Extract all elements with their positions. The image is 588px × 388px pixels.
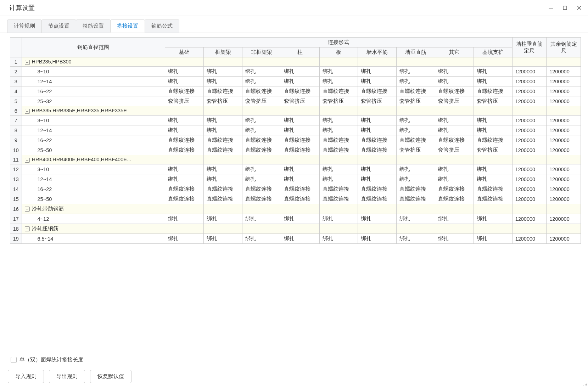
table-row[interactable]: 16−冷轧带肋钢筋 xyxy=(10,204,581,214)
data-cell[interactable]: 绑扎 xyxy=(281,67,319,77)
data-cell[interactable]: 绑扎 xyxy=(319,116,358,125)
data-cell[interactable]: 绑扎 xyxy=(204,214,242,224)
data-cell[interactable]: 直螺纹连接 xyxy=(242,86,281,96)
data-cell[interactable]: 绑扎 xyxy=(281,164,319,174)
data-cell[interactable]: 绑扎 xyxy=(242,234,281,244)
desc-cell[interactable]: −HPB235,HPB300 xyxy=(22,57,165,67)
desc-cell[interactable]: 25~50 xyxy=(22,145,165,155)
data-cell[interactable]: 绑扎 xyxy=(474,77,512,86)
data-cell[interactable]: 直螺纹连接 xyxy=(242,184,281,194)
data-cell[interactable]: 绑扎 xyxy=(397,116,435,125)
data-cell[interactable] xyxy=(435,57,474,67)
tab-1[interactable]: 节点设置 xyxy=(41,19,76,33)
data-cell[interactable]: 绑扎 xyxy=(319,77,358,86)
table-row[interactable]: 416~22直螺纹连接直螺纹连接直螺纹连接直螺纹连接直螺纹连接直螺纹连接直螺纹连… xyxy=(10,86,581,96)
export-button[interactable]: 导出规则 xyxy=(49,370,85,383)
data-cell[interactable]: 绑扎 xyxy=(242,67,281,77)
data-cell[interactable] xyxy=(358,106,397,116)
data-cell[interactable] xyxy=(281,204,319,214)
data-cell[interactable]: 绑扎 xyxy=(319,125,358,135)
data-cell[interactable] xyxy=(435,224,474,234)
desc-cell[interactable]: 25~50 xyxy=(22,194,165,204)
data-cell[interactable]: 绑扎 xyxy=(435,67,474,77)
data-cell[interactable]: 直螺纹连接 xyxy=(165,194,204,204)
data-cell[interactable]: 绑扎 xyxy=(242,164,281,174)
data-cell[interactable]: 直螺纹连接 xyxy=(474,135,512,145)
data-cell[interactable]: 直螺纹连接 xyxy=(281,145,319,155)
data-cell[interactable]: 套管挤压 xyxy=(435,96,474,106)
data-cell[interactable]: 直螺纹连接 xyxy=(358,184,397,194)
data-cell[interactable]: 1200000 xyxy=(512,86,547,96)
data-cell[interactable]: 绑扎 xyxy=(319,174,358,184)
data-cell[interactable] xyxy=(435,106,474,116)
data-cell[interactable] xyxy=(474,204,512,214)
data-cell[interactable] xyxy=(547,106,581,116)
data-cell[interactable]: 直螺纹连接 xyxy=(474,184,512,194)
data-cell[interactable]: 绑扎 xyxy=(358,164,397,174)
data-cell[interactable]: 绑扎 xyxy=(358,234,397,244)
data-cell[interactable]: 1200000 xyxy=(547,174,581,184)
data-cell[interactable]: 绑扎 xyxy=(358,125,397,135)
data-cell[interactable] xyxy=(165,106,204,116)
data-cell[interactable] xyxy=(204,155,242,164)
tab-2[interactable]: 箍筋设置 xyxy=(76,19,111,33)
table-row[interactable]: 174~12绑扎绑扎绑扎绑扎绑扎绑扎绑扎绑扎绑扎12000001200000 xyxy=(10,214,581,224)
data-cell[interactable]: 1200000 xyxy=(512,194,547,204)
table-row[interactable]: 11−HRB400,HRB400E,HRBF400,HRBF400E... xyxy=(10,155,581,164)
table-row[interactable]: 1025~50直螺纹连接直螺纹连接直螺纹连接直螺纹连接直螺纹连接直螺纹连接套管挤… xyxy=(10,145,581,155)
data-cell[interactable] xyxy=(397,106,435,116)
data-cell[interactable]: 直螺纹连接 xyxy=(435,194,474,204)
data-cell[interactable]: 绑扎 xyxy=(358,116,397,125)
data-cell[interactable]: 绑扎 xyxy=(474,67,512,77)
data-cell[interactable] xyxy=(512,204,547,214)
data-cell[interactable]: 绑扎 xyxy=(435,125,474,135)
data-cell[interactable]: 套管挤压 xyxy=(358,96,397,106)
data-cell[interactable] xyxy=(358,224,397,234)
data-cell[interactable]: 1200000 xyxy=(547,164,581,174)
data-cell[interactable]: 绑扎 xyxy=(474,234,512,244)
tab-3[interactable]: 搭接设置 xyxy=(110,19,145,33)
data-cell[interactable]: 1200000 xyxy=(512,135,547,145)
data-cell[interactable]: 绑扎 xyxy=(165,125,204,135)
data-cell[interactable] xyxy=(242,204,281,214)
data-cell[interactable] xyxy=(165,224,204,234)
data-cell[interactable]: 直螺纹连接 xyxy=(474,86,512,96)
data-cell[interactable] xyxy=(547,57,581,67)
data-cell[interactable] xyxy=(204,57,242,67)
table-row[interactable]: 525~32套管挤压套管挤压套管挤压套管挤压套管挤压套管挤压套管挤压套管挤压套管… xyxy=(10,96,581,106)
desc-cell[interactable]: 12~14 xyxy=(22,77,165,86)
data-cell[interactable] xyxy=(512,57,547,67)
data-cell[interactable]: 套管挤压 xyxy=(397,145,435,155)
data-cell[interactable]: 绑扎 xyxy=(397,77,435,86)
data-cell[interactable]: 绑扎 xyxy=(281,77,319,86)
data-cell[interactable] xyxy=(474,155,512,164)
data-cell[interactable]: 绑扎 xyxy=(165,67,204,77)
data-cell[interactable]: 绑扎 xyxy=(242,125,281,135)
data-cell[interactable]: 1200000 xyxy=(547,77,581,86)
data-cell[interactable]: 绑扎 xyxy=(242,174,281,184)
data-cell[interactable]: 绑扎 xyxy=(204,164,242,174)
minimize-icon[interactable] xyxy=(548,5,554,11)
table-row[interactable]: 1−HPB235,HPB300 xyxy=(10,57,581,67)
data-cell[interactable]: 绑扎 xyxy=(165,77,204,86)
data-cell[interactable]: 直螺纹连接 xyxy=(165,135,204,145)
desc-cell[interactable]: −冷轧带肋钢筋 xyxy=(22,204,165,214)
close-icon[interactable] xyxy=(576,5,582,11)
data-cell[interactable] xyxy=(547,204,581,214)
data-cell[interactable] xyxy=(165,57,204,67)
data-cell[interactable]: 绑扎 xyxy=(165,174,204,184)
collapse-icon[interactable]: − xyxy=(25,207,30,212)
table-row[interactable]: 1416~22直螺纹连接直螺纹连接直螺纹连接直螺纹连接直螺纹连接直螺纹连接直螺纹… xyxy=(10,184,581,194)
data-cell[interactable]: 绑扎 xyxy=(474,214,512,224)
data-cell[interactable]: 1200000 xyxy=(512,116,547,125)
data-cell[interactable]: 绑扎 xyxy=(242,116,281,125)
data-cell[interactable] xyxy=(281,57,319,67)
data-cell[interactable] xyxy=(474,224,512,234)
data-cell[interactable]: 直螺纹连接 xyxy=(204,135,242,145)
data-cell[interactable]: 绑扎 xyxy=(281,214,319,224)
collapse-icon[interactable]: − xyxy=(25,158,30,163)
table-row[interactable]: 812~14绑扎绑扎绑扎绑扎绑扎绑扎绑扎绑扎绑扎12000001200000 xyxy=(10,125,581,135)
data-cell[interactable]: 绑扎 xyxy=(165,234,204,244)
desc-cell[interactable]: 3~10 xyxy=(22,164,165,174)
data-cell[interactable]: 直螺纹连接 xyxy=(397,184,435,194)
